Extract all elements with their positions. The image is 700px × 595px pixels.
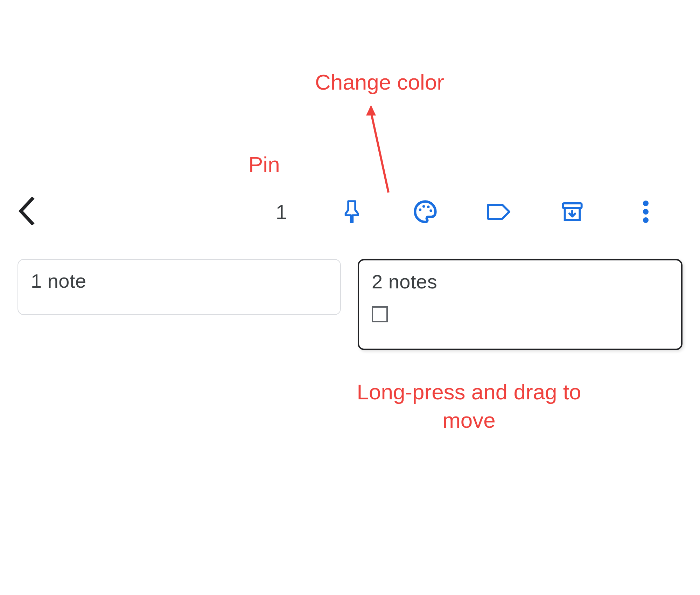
palette-icon	[413, 200, 438, 224]
back-button[interactable]	[18, 197, 37, 226]
more-vert-icon	[642, 201, 649, 223]
annotation-pin: Pin	[248, 150, 280, 179]
selection-toolbar: 1	[18, 192, 682, 231]
svg-point-4	[427, 205, 430, 208]
svg-point-3	[422, 205, 425, 208]
note-title: 2 notes	[372, 270, 668, 293]
annotation-change-color: Change color	[315, 68, 444, 97]
svg-point-9	[643, 217, 649, 223]
notes-grid: 1 note 2 notes	[18, 259, 682, 350]
svg-point-7	[643, 201, 649, 206]
svg-marker-1	[366, 105, 376, 115]
pin-icon	[341, 200, 362, 224]
checkbox-icon	[372, 306, 388, 322]
annotation-arrow	[354, 105, 396, 196]
svg-line-0	[371, 112, 388, 192]
archive-button[interactable]	[556, 196, 588, 227]
label-button[interactable]	[483, 196, 514, 227]
chevron-left-icon	[18, 197, 37, 225]
svg-point-2	[419, 208, 422, 211]
svg-point-5	[429, 209, 432, 212]
note-card[interactable]: 1 note	[18, 259, 341, 315]
note-card-selected[interactable]: 2 notes	[358, 259, 682, 350]
svg-rect-6	[563, 203, 581, 208]
more-button[interactable]	[630, 196, 662, 227]
svg-point-8	[643, 209, 649, 215]
selection-count: 1	[276, 200, 287, 224]
annotation-drag-hint: Long-press and drag to move	[336, 378, 602, 434]
note-title: 1 note	[31, 270, 328, 292]
label-icon	[486, 202, 511, 222]
pin-button[interactable]	[336, 196, 368, 227]
change-color-button[interactable]	[410, 196, 441, 227]
archive-icon	[561, 201, 583, 223]
